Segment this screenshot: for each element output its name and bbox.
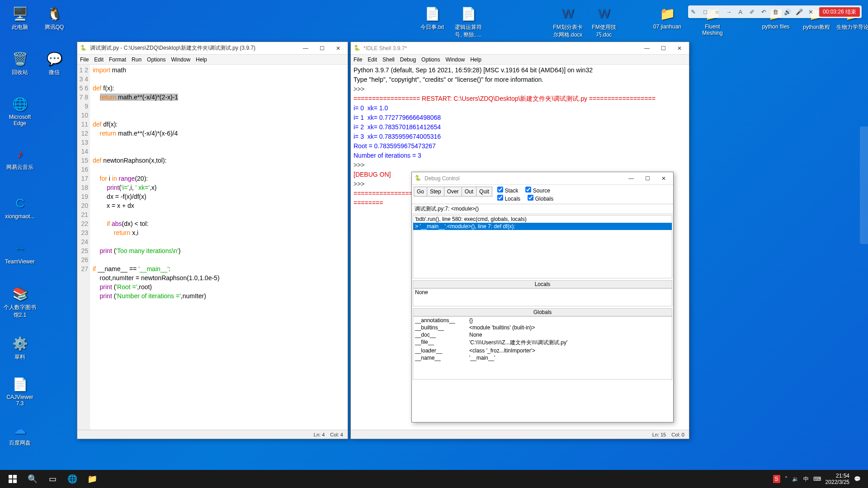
desktop-icon-fm2[interactable]: WFM使用技巧.doc <box>588 5 620 39</box>
square-icon[interactable]: □ <box>702 8 709 15</box>
desktop-icon-baidupan[interactable]: ☁百度网盘 <box>4 420 36 447</box>
recording-time[interactable]: 00:03:26 结束 <box>819 7 860 17</box>
tray-ime-icon[interactable]: S <box>773 475 780 483</box>
shell-titlebar[interactable]: 🐍 *IDLE Shell 3.9.7* — ☐ ✕ <box>351 42 689 55</box>
tray-keyboard-icon[interactable]: ⌨ <box>813 476 821 482</box>
highlighter-icon[interactable]: ✐ <box>749 8 756 15</box>
menu-help[interactable]: Help <box>470 56 481 63</box>
taskbar-edge[interactable]: 🌐 <box>62 470 82 488</box>
stack-row-selected[interactable]: > '__main__'.<module>(), line 7: def df(… <box>413 223 672 230</box>
desktop-icon-recycle[interactable]: 🗑️回收站 <box>4 50 36 76</box>
quit-button[interactable]: Quit <box>476 187 492 197</box>
search-button[interactable]: 🔍 <box>23 470 42 488</box>
icon-label: python教程 <box>800 23 833 31</box>
line-gutter: 1 2 3 4 5 6 7 8 9 10 11 12 13 14 15 16 1… <box>77 65 90 430</box>
minimize-button[interactable]: — <box>640 44 654 53</box>
taskview-button[interactable]: ▭ <box>42 470 62 488</box>
icon-label: 07 jianhuan <box>651 23 684 30</box>
mic-icon[interactable]: 🎤 <box>796 8 803 15</box>
desktop-icon-caoliao[interactable]: ⚙️草料 <box>4 334 36 361</box>
icon-label: 微信 <box>38 69 71 76</box>
icon-label: TeamViewer <box>4 258 36 265</box>
editor-window: 🐍 调试测试.py - C:\Users\ZDQ\Desktop\新建文件夹\调… <box>77 42 348 439</box>
close-button[interactable]: ✕ <box>331 44 345 53</box>
desktop-icon-today[interactable]: 📄今日事.txt <box>416 5 448 31</box>
menu-run[interactable]: Run <box>132 56 142 63</box>
editor-titlebar[interactable]: 🐍 调试测试.py - C:\Users\ZDQ\Desktop\新建文件夹\调… <box>77 42 348 55</box>
tray-chevron-icon[interactable]: ˄ <box>785 476 788 482</box>
menu-edit[interactable]: Edit <box>94 56 104 63</box>
global-row: __doc__None <box>413 331 672 338</box>
desktop-icon-netease[interactable]: ♪网易云音乐 <box>4 145 36 171</box>
shell-restart: ================== RESTART: C:\Users\ZDQ… <box>354 95 656 102</box>
desktop-icon-teamviewer[interactable]: ↔TeamViewer <box>4 239 36 265</box>
desktop-icon-this-pc[interactable]: 🖥️此电脑 <box>4 5 36 31</box>
code-area[interactable]: import math def f(x): return math.e**(-x… <box>90 65 348 430</box>
close-button[interactable]: ✕ <box>673 44 686 53</box>
menu-window[interactable]: Window <box>445 56 465 63</box>
tray-lang-icon[interactable]: 中 <box>803 475 809 483</box>
menu-shell[interactable]: Shell <box>382 56 395 63</box>
locals-checkbox[interactable]: Locals <box>497 195 520 202</box>
globals-checkbox[interactable]: Globals <box>528 195 553 202</box>
out-button[interactable]: Out <box>462 187 476 197</box>
text-icon[interactable]: A <box>737 8 744 15</box>
trash-icon[interactable]: 🗑 <box>772 8 779 15</box>
locals-panel[interactable]: None <box>413 288 672 306</box>
stack-row[interactable]: 'bdb'.run(), line 580: exec(cmd, globals… <box>413 216 672 223</box>
sound-icon[interactable]: 🔊 <box>784 8 791 15</box>
desktop-icon-edge[interactable]: 🌐Microsoft Edge <box>4 95 36 127</box>
undo-icon[interactable]: ↶ <box>760 8 768 15</box>
maximize-button[interactable]: ☐ <box>315 44 329 53</box>
menu-file[interactable]: File <box>354 56 362 63</box>
desktop-icon-07[interactable]: 📁07 jianhuan <box>651 5 684 30</box>
tray-network-icon[interactable]: 🔉 <box>792 476 799 482</box>
circle-icon[interactable]: ○ <box>713 8 721 15</box>
maximize-button[interactable]: ☐ <box>641 174 654 183</box>
start-button[interactable] <box>3 470 23 488</box>
maximize-button[interactable]: ☐ <box>656 44 670 53</box>
arrow-icon[interactable]: → <box>725 8 732 15</box>
menu-help[interactable]: Help <box>196 56 207 63</box>
over-button[interactable]: Over <box>444 187 462 197</box>
source-checkbox[interactable]: Source <box>525 187 550 194</box>
menu-edit[interactable]: Edit <box>368 56 377 63</box>
menu-options[interactable]: Options <box>147 56 165 63</box>
go-button[interactable]: Go <box>414 187 427 197</box>
step-button[interactable]: Step <box>427 187 444 197</box>
right-sidebar-widget[interactable] <box>860 127 868 244</box>
desktop-icon-qq[interactable]: 🐧腾讯QQ <box>38 5 71 31</box>
menu-debug[interactable]: Debug <box>400 56 416 63</box>
debug-stack[interactable]: 'bdb'.run(), line 580: exec(cmd, globals… <box>413 215 672 278</box>
editor-body[interactable]: 1 2 3 4 5 6 7 8 9 10 11 12 13 14 15 16 1… <box>77 65 348 430</box>
debug-titlebar[interactable]: 🐍 Debug Control — ☐ ✕ <box>412 172 673 185</box>
desktop-icon-cajviewer[interactable]: 📄CAJViewer 7.3 <box>4 375 36 407</box>
desktop-icon-wechat[interactable]: 💬微信 <box>38 50 71 76</box>
icon-label: 百度网盘 <box>4 439 36 447</box>
stack-checkbox[interactable]: Stack <box>497 187 518 194</box>
globals-panel[interactable]: __annotations__{} __builtins__<module 'b… <box>413 316 672 380</box>
menu-window[interactable]: Window <box>171 56 190 63</box>
icon-label: python files <box>760 23 792 30</box>
menu-format[interactable]: Format <box>109 56 126 63</box>
taskbar-explorer[interactable]: 📁 <box>82 470 102 488</box>
debug-window: 🐍 Debug Control — ☐ ✕ Go Step Over Out Q… <box>411 172 674 422</box>
taskbar-clock[interactable]: 21:54 2022/3/25 <box>826 473 849 485</box>
desktop-icon-xiongmao[interactable]: Cxiongmaot... <box>4 194 36 220</box>
pencil-icon[interactable]: ✎ <box>690 8 697 15</box>
tray-notifications-icon[interactable]: 💬 <box>854 476 861 482</box>
desktop-icon-fm1[interactable]: WFM划分表卡尔网格.docx <box>552 5 584 39</box>
recording-toolbar: ✎ □ ○ → A ✐ ↶ 🗑 🔊 🎤 ✕ 00:03:26 结束 <box>688 5 862 18</box>
menu-options[interactable]: Options <box>421 56 440 63</box>
close-button[interactable]: ✕ <box>657 174 670 183</box>
minimize-button[interactable]: — <box>624 174 638 183</box>
menu-file[interactable]: File <box>80 56 89 63</box>
desktop-icon-library[interactable]: 📚个人数字图书馆2.1 <box>4 285 36 319</box>
stop-icon[interactable]: ✕ <box>807 8 815 15</box>
editor-title: 调试测试.py - C:\Users\ZDQ\Desktop\新建文件夹\调试测… <box>90 44 299 52</box>
desktop-icon-logic[interactable]: 📄逻辑运算符号, 整除, ... <box>452 5 485 39</box>
debug-toolbar: Go Step Over Out Quit Stack Source Local… <box>412 185 673 204</box>
minimize-button[interactable]: — <box>299 44 312 53</box>
svg-rect-2 <box>9 479 12 483</box>
svg-rect-0 <box>9 475 12 479</box>
